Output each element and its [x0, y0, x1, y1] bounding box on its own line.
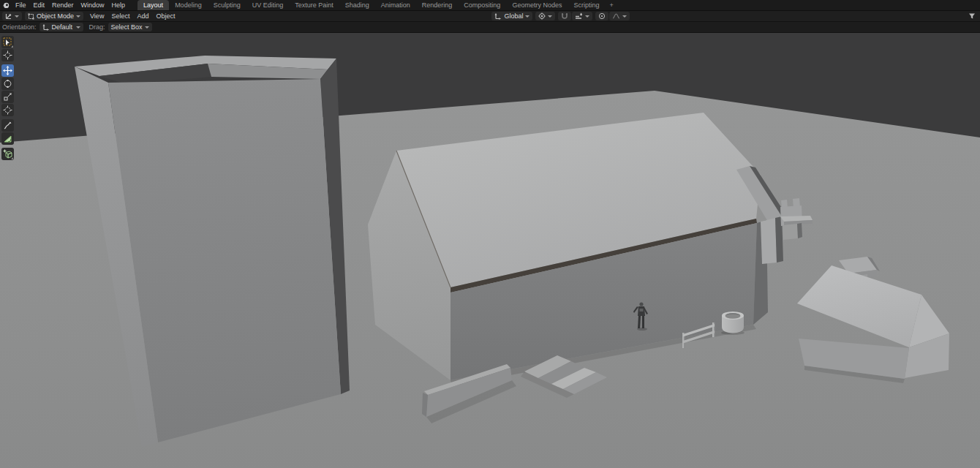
tab-rendering[interactable]: Rendering — [416, 0, 459, 10]
snap-magnet-icon — [561, 12, 568, 20]
menu-window[interactable]: Window — [78, 0, 108, 10]
orientation-value: Default — [52, 23, 74, 31]
snap-target-icon — [575, 12, 583, 20]
tab-animation[interactable]: Animation — [375, 0, 416, 10]
workspace-tabs: Layout Modeling Sculpting UV Editing Tex… — [137, 0, 618, 10]
proportional-falloff-icon — [612, 12, 620, 20]
filter-button[interactable] — [968, 12, 976, 20]
annotate-tool-icon — [3, 121, 12, 130]
transform-orientation-label: Global — [504, 12, 523, 20]
tab-texture-paint[interactable]: Texture Paint — [289, 0, 339, 10]
menu-render[interactable]: Render — [48, 0, 78, 10]
tool-annotate-button[interactable] — [1, 119, 14, 132]
tool-add-cube-button[interactable] — [1, 148, 14, 160]
tab-layout[interactable]: Layout — [137, 0, 169, 10]
proportional-falloff-dropdown[interactable] — [609, 12, 630, 20]
orientation-dropdown[interactable]: Default — [39, 23, 83, 31]
tab-compositing[interactable]: Compositing — [458, 0, 506, 10]
drag-dropdown[interactable]: Select Box — [108, 23, 152, 31]
chevron-down-icon — [622, 15, 627, 18]
subtool-indicator — [11, 45, 13, 48]
filter-icon — [968, 12, 976, 20]
tab-shading[interactable]: Shading — [339, 0, 375, 10]
tab-scripting[interactable]: Scripting — [568, 0, 605, 10]
menu-help[interactable]: Help — [108, 0, 129, 10]
chevron-down-icon — [585, 15, 589, 18]
snap-settings-dropdown[interactable] — [572, 12, 592, 20]
proportional-editing-toggle[interactable] — [595, 12, 608, 20]
editor-type-icon — [5, 12, 12, 20]
viewport-menu-add[interactable]: Add — [133, 11, 152, 21]
tool-transform-button[interactable] — [1, 104, 14, 116]
pivot-point-dropdown[interactable] — [535, 12, 555, 20]
chevron-down-icon — [15, 15, 19, 18]
well[interactable] — [721, 312, 745, 335]
transform-tool-icon — [3, 105, 12, 115]
orientation-label: Orientation: — [2, 23, 37, 31]
tab-uv-editing[interactable]: UV Editing — [246, 0, 290, 10]
axis-icon — [42, 23, 50, 31]
mode-selector-label: Object Mode — [37, 12, 74, 20]
blender-logo-icon[interactable] — [0, 0, 12, 10]
transform-orientation-icon — [494, 12, 502, 20]
transform-orientation-dropdown[interactable]: Global — [491, 12, 532, 20]
tab-modeling[interactable]: Modeling — [169, 0, 208, 10]
mode-selector[interactable]: Object Mode — [25, 12, 83, 20]
add-workspace-button[interactable]: + — [605, 0, 617, 10]
proportional-editing-icon — [598, 12, 606, 20]
tool-rotate-button[interactable] — [1, 78, 14, 90]
move-tool-icon — [3, 66, 12, 75]
tool-move-button[interactable] — [1, 64, 14, 77]
subtool-indicator — [11, 157, 13, 159]
tool-scale-button[interactable] — [1, 91, 14, 103]
chevron-down-icon — [548, 15, 552, 18]
menu-edit[interactable]: Edit — [30, 0, 49, 10]
tab-sculpting[interactable]: Sculpting — [208, 0, 246, 10]
scene-canvas — [0, 33, 980, 468]
topbar: File Edit Render Window Help Layout Mode… — [0, 0, 980, 11]
rotate-tool-icon — [3, 79, 12, 88]
measure-tool-icon — [3, 134, 12, 143]
cursor-tool-icon — [3, 50, 12, 60]
chevron-down-icon — [145, 26, 149, 29]
tool-select-box-button[interactable] — [1, 36, 14, 48]
pivot-point-icon — [538, 12, 546, 20]
menu-file[interactable]: File — [12, 0, 30, 10]
viewport-menu-select[interactable]: Select — [108, 11, 133, 21]
viewport-header: Object Mode View Select Add Object Globa… — [0, 11, 980, 22]
drag-value: Select Box — [111, 23, 143, 31]
drag-label: Drag: — [89, 23, 105, 31]
tool-measure-button[interactable] — [1, 132, 14, 145]
scale-tool-icon — [3, 92, 12, 102]
viewport-3d[interactable] — [0, 33, 980, 468]
editor-type-selector[interactable] — [2, 12, 22, 20]
blender-window: File Edit Render Window Help Layout Mode… — [0, 0, 980, 468]
chevron-down-icon — [76, 15, 80, 18]
viewport-menu-view[interactable]: View — [86, 11, 108, 21]
tool-settings-bar: Orientation: Default Drag: Select Box — [0, 22, 980, 33]
object-mode-icon — [28, 13, 34, 20]
chevron-down-icon — [76, 26, 80, 29]
tool-cursor-button[interactable] — [1, 49, 14, 61]
snap-toggle[interactable] — [558, 12, 571, 20]
tab-geometry-nodes[interactable]: Geometry Nodes — [506, 0, 568, 10]
chevron-down-icon — [525, 15, 529, 18]
viewport-menu-object[interactable]: Object — [152, 11, 178, 21]
